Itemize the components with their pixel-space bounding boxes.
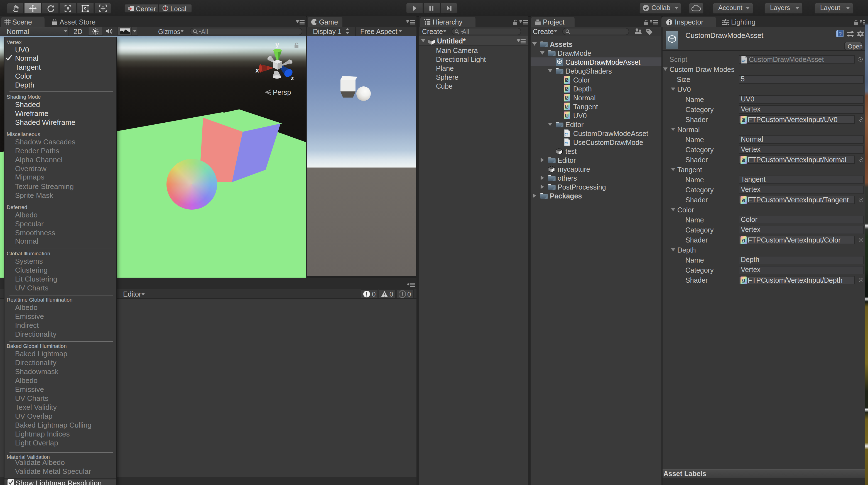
svg-text:C#: C# — [741, 59, 745, 62]
svg-text:S: S — [742, 278, 744, 282]
svg-text:S: S — [742, 158, 744, 162]
svg-text:z: z — [291, 74, 294, 82]
svg-text:S: S — [566, 95, 568, 100]
svg-text:S: S — [566, 78, 568, 82]
svg-text:x: x — [255, 66, 259, 74]
svg-text:S: S — [566, 113, 568, 118]
svg-text:C#: C# — [564, 142, 568, 145]
svg-text:S: S — [742, 198, 744, 202]
svg-text:y: y — [275, 41, 279, 48]
svg-text:S: S — [566, 87, 568, 91]
svg-text:S: S — [566, 105, 568, 109]
svg-text:S: S — [742, 118, 744, 122]
svg-text:C#: C# — [564, 133, 568, 136]
svg-text:?: ? — [839, 31, 842, 36]
svg-text:S: S — [742, 238, 744, 242]
